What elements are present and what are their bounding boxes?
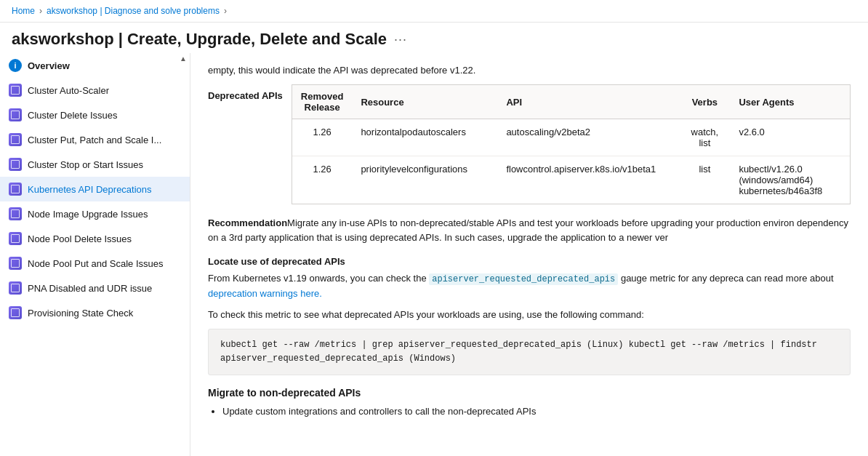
sidebar-item-kubernetes-api-deprecations[interactable]: Kubernetes API Deprecations bbox=[0, 177, 190, 201]
scroll-indicator: ▲ bbox=[180, 53, 187, 63]
locate-body-1: From Kubernetes v1.19 onwards, you can c… bbox=[208, 271, 851, 302]
cell-resource-2: prioritylevelconfigurations bbox=[352, 156, 497, 204]
more-options-dots[interactable]: ··· bbox=[394, 32, 407, 47]
cell-verbs-1: watch, list bbox=[679, 119, 730, 156]
sidebar-item-provisioning-state-check[interactable]: Provisioning State Check bbox=[0, 300, 190, 325]
col-verbs: Verbs bbox=[679, 85, 730, 119]
sidebar-item-cluster-stop-start[interactable]: Cluster Stop or Start Issues bbox=[0, 152, 190, 177]
api-table: Removed Release Resource API Verbs User … bbox=[292, 85, 850, 204]
code-block: kubectl get --raw /metrics | grep apiser… bbox=[208, 329, 851, 375]
intro-text: empty, this would indicate the API was d… bbox=[208, 65, 851, 76]
pna-disabled-udr-icon bbox=[9, 281, 22, 295]
sidebar-item-cluster-put-patch[interactable]: Cluster Put, Patch and Scale I... bbox=[0, 127, 190, 152]
cell-removed-release-2: 1.26 bbox=[292, 156, 353, 204]
cluster-auto-scaler-icon bbox=[9, 84, 22, 97]
breadcrumb-home[interactable]: Home bbox=[12, 6, 35, 16]
migrate-heading: Migrate to non-deprecated APIs bbox=[208, 387, 851, 399]
breadcrumb-sep-2: › bbox=[224, 6, 227, 16]
overview-icon: i bbox=[9, 59, 22, 72]
deprecated-label: Deprecated APIs bbox=[208, 84, 292, 204]
sidebar-item-node-image-upgrade[interactable]: Node Image Upgrade Issues bbox=[0, 201, 190, 226]
node-image-upgrade-icon bbox=[9, 207, 22, 220]
locate-heading: Locate use of deprecated APIs bbox=[208, 256, 851, 267]
sidebar-item-label: PNA Disabled and UDR issue bbox=[28, 283, 152, 294]
node-pool-put-scale-icon bbox=[9, 257, 22, 270]
col-removed-release: Removed Release bbox=[292, 85, 353, 119]
breadcrumb: Home › aksworkshop | Diagnose and solve … bbox=[12, 6, 856, 16]
sidebar-item-cluster-delete-issues[interactable]: Cluster Delete Issues bbox=[0, 103, 190, 127]
sidebar-item-label: Kubernetes API Deprecations bbox=[28, 184, 152, 195]
sidebar-item-pna-disabled-udr[interactable]: PNA Disabled and UDR issue bbox=[0, 276, 190, 300]
deprecated-apis-section: Deprecated APIs Removed Release Resource… bbox=[208, 84, 851, 204]
recommendation-text: RecommendationMigrate any in-use APIs to… bbox=[208, 216, 851, 244]
kubernetes-api-deprecations-icon bbox=[9, 183, 22, 196]
sidebar-item-overview[interactable]: i Overview bbox=[0, 53, 190, 78]
cell-resource-1: horizontalpodautoscalers bbox=[352, 119, 497, 156]
locate-code-inline: apiserver_requested_deprecated_apis bbox=[429, 273, 618, 285]
cell-user-agents-1: v2.6.0 bbox=[730, 119, 850, 156]
breadcrumb-parent[interactable]: aksworkshop | Diagnose and solve problem… bbox=[47, 6, 220, 16]
sidebar-item-label: Cluster Stop or Start Issues bbox=[28, 159, 143, 170]
locate-text-1: From Kubernetes v1.19 onwards, you can c… bbox=[208, 273, 427, 284]
col-user-agents: User Agents bbox=[730, 85, 850, 119]
sidebar-item-label: Node Image Upgrade Issues bbox=[28, 209, 148, 220]
sidebar-item-label: Node Pool Delete Issues bbox=[28, 233, 132, 244]
recommendation-section: RecommendationMigrate any in-use APIs to… bbox=[208, 216, 851, 244]
sidebar-item-label: Cluster Put, Patch and Scale I... bbox=[28, 135, 161, 145]
main-layout: ▲ i Overview Cluster Auto-Scaler Cluster… bbox=[0, 53, 868, 456]
cell-user-agents-2: kubectl/v1.26.0 (windows/amd64) kubernet… bbox=[730, 156, 850, 204]
locate-body-2: To check this metric to see what depreca… bbox=[208, 308, 851, 323]
cluster-put-patch-icon bbox=[9, 133, 22, 146]
page-title: aksworkshop | Create, Upgrade, Delete an… bbox=[12, 30, 387, 49]
migrate-bullet-list: Update custom integrations and controlle… bbox=[208, 404, 851, 420]
sidebar-item-label: Node Pool Put and Scale Issues bbox=[28, 258, 163, 269]
col-resource: Resource bbox=[352, 85, 497, 119]
sidebar: ▲ i Overview Cluster Auto-Scaler Cluster… bbox=[0, 53, 190, 456]
node-pool-delete-icon bbox=[9, 232, 22, 245]
col-api: API bbox=[497, 85, 679, 119]
table-row: 1.26 horizontalpodautoscalers autoscalin… bbox=[292, 119, 850, 156]
deprecation-warnings-link[interactable]: deprecation warnings here. bbox=[208, 288, 322, 299]
breadcrumb-bar: Home › aksworkshop | Diagnose and solve … bbox=[0, 0, 868, 23]
cluster-delete-issues-icon bbox=[9, 108, 22, 121]
cell-api-1: autoscaling/v2beta2 bbox=[497, 119, 679, 156]
sidebar-item-label: Provisioning State Check bbox=[28, 308, 133, 319]
list-item: Update custom integrations and controlle… bbox=[222, 404, 851, 420]
recommendation-label: Recommendation bbox=[208, 217, 287, 228]
provisioning-state-check-icon bbox=[9, 306, 22, 319]
breadcrumb-sep-1: › bbox=[39, 6, 42, 16]
sidebar-overview-label: Overview bbox=[28, 60, 70, 71]
sidebar-item-label: Cluster Delete Issues bbox=[28, 110, 118, 121]
sidebar-item-label: Cluster Auto-Scaler bbox=[28, 85, 109, 96]
sidebar-item-node-pool-delete[interactable]: Node Pool Delete Issues bbox=[0, 226, 190, 251]
cell-verbs-2: list bbox=[679, 156, 730, 204]
table-row: 1.26 prioritylevelconfigurations flowcon… bbox=[292, 156, 850, 204]
migrate-section: Migrate to non-deprecated APIs Update cu… bbox=[208, 387, 851, 420]
sidebar-item-cluster-auto-scaler[interactable]: Cluster Auto-Scaler bbox=[0, 78, 190, 103]
api-table-wrapper: Removed Release Resource API Verbs User … bbox=[292, 84, 851, 204]
cell-removed-release-1: 1.26 bbox=[292, 119, 353, 156]
cell-api-2: flowcontrol.apiserver.k8s.io/v1beta1 bbox=[497, 156, 679, 204]
sidebar-item-node-pool-put-scale[interactable]: Node Pool Put and Scale Issues bbox=[0, 251, 190, 276]
cluster-stop-start-icon bbox=[9, 158, 22, 171]
main-content: empty, this would indicate the API was d… bbox=[190, 53, 868, 456]
locate-section: Locate use of deprecated APIs From Kuber… bbox=[208, 256, 851, 375]
recommendation-body: Migrate any in-use APIs to non-deprecate… bbox=[208, 217, 848, 243]
page-title-row: aksworkshop | Create, Upgrade, Delete an… bbox=[0, 23, 868, 53]
locate-text-2: gauge metric for any depreca can read mo… bbox=[621, 273, 834, 284]
